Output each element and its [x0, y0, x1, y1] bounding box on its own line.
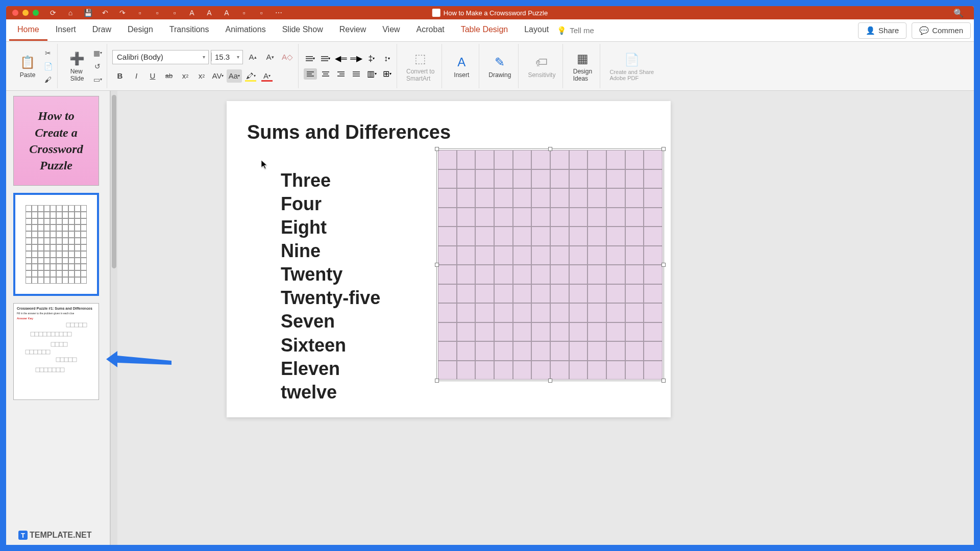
increase-indent-button[interactable]: ═▶ — [350, 53, 363, 64]
svg-rect-13 — [63, 332, 67, 336]
tab-layout[interactable]: Layout — [516, 20, 557, 41]
align-right-button[interactable] — [334, 68, 348, 80]
decrease-indent-button[interactable]: ◀═ — [334, 53, 348, 64]
superscript-button[interactable]: x2 — [178, 69, 193, 83]
align-text-button[interactable]: ⊞▾ — [380, 68, 394, 80]
svg-rect-9 — [47, 332, 51, 336]
qat-icon-8[interactable]: ▫ — [257, 9, 265, 17]
character-spacing-button[interactable]: AV▾ — [210, 69, 226, 83]
font-group: Calibri (Body) ▾ 15.3 ▾ A▴ A▾ A◇ B I U a… — [109, 44, 299, 88]
tell-me-search[interactable]: 💡 Tell me — [557, 26, 594, 35]
resize-handle[interactable] — [548, 379, 552, 383]
convert-smartart-button[interactable]: ⬚ Convert to SmartArt — [402, 47, 438, 85]
share-button[interactable]: 👤 Share — [858, 22, 906, 39]
paste-button[interactable]: 📋 Paste — [13, 51, 42, 82]
decrease-font-button[interactable]: A▾ — [262, 51, 278, 64]
home-icon[interactable]: ⌂ — [66, 9, 75, 17]
font-name-select[interactable]: Calibri (Body) ▾ — [112, 50, 209, 64]
slide-thumbnails-panel[interactable]: How to Create a Crossword Puzzle Crosswo… — [6, 91, 110, 545]
format-painter-button[interactable]: 🖌 — [42, 73, 54, 86]
svg-rect-27 — [64, 358, 68, 362]
numbering-button[interactable]: ▾ — [319, 53, 332, 64]
design-ideas-button[interactable]: ▦ Design Ideas — [568, 47, 597, 85]
insert-shape-button[interactable]: A Insert — [447, 51, 476, 82]
qat-icon-5[interactable]: A — [205, 9, 213, 17]
tab-insert[interactable]: Insert — [47, 20, 84, 41]
tab-view[interactable]: View — [374, 20, 408, 41]
resize-handle[interactable] — [435, 147, 439, 151]
slide-canvas-area[interactable]: Sums and Differences ThreeFourEightNineT… — [117, 91, 974, 545]
text-direction-button[interactable]: ↕▾ — [380, 53, 394, 64]
section-button[interactable]: ▭▾ — [91, 73, 104, 86]
autosave-icon[interactable]: ⟳ — [49, 9, 57, 17]
strikethrough-button[interactable]: ab — [161, 69, 177, 83]
justify-button[interactable] — [350, 68, 363, 80]
bold-button[interactable]: B — [112, 69, 128, 83]
align-center-button[interactable] — [319, 68, 332, 80]
qat-icon-7[interactable]: ▫ — [240, 9, 248, 17]
subscript-button[interactable]: x2 — [194, 69, 209, 83]
thumbnail-3-title: Crossword Puzzle #1: Sums and Difference… — [17, 307, 95, 310]
new-slide-button[interactable]: ➕ New Slide — [63, 47, 91, 85]
drawing-button[interactable]: ✎ Drawing — [484, 51, 515, 82]
tab-home[interactable]: Home — [9, 20, 47, 41]
layout-button[interactable]: ▦▾ — [91, 47, 104, 59]
line-spacing-button[interactable]: ‡▾ — [365, 53, 378, 64]
resize-handle[interactable] — [435, 379, 439, 383]
qat-icon-1[interactable]: ▫ — [136, 9, 144, 17]
svg-rect-2 — [75, 323, 79, 327]
copy-button[interactable]: 📄 — [42, 60, 54, 72]
resize-handle[interactable] — [548, 147, 552, 151]
sensitivity-button[interactable]: 🏷 Sensitivity — [524, 51, 559, 82]
increase-font-button[interactable]: A▴ — [245, 51, 260, 64]
change-case-button[interactable]: Aa▾ — [227, 69, 242, 83]
tab-transitions[interactable]: Transitions — [161, 20, 217, 41]
save-icon[interactable]: 💾 — [84, 9, 92, 17]
tab-slide-show[interactable]: Slide Show — [274, 20, 331, 41]
paste-label: Paste — [20, 71, 36, 79]
underline-button[interactable]: U — [145, 69, 160, 83]
tab-review[interactable]: Review — [331, 20, 374, 41]
highlight-color-button[interactable]: 🖍▾ — [243, 69, 258, 83]
adobe-group: 📄 Create and Share Adobe PDF — [602, 44, 661, 88]
thumbnail-scrollbar[interactable] — [110, 91, 117, 545]
redo-icon[interactable]: ↷ — [118, 9, 127, 17]
slide-canvas[interactable]: Sums and Differences ThreeFourEightNineT… — [227, 101, 671, 417]
crossword-grid-table[interactable] — [438, 150, 663, 380]
tab-design[interactable]: Design — [119, 20, 161, 41]
slide-thumbnail-2[interactable] — [13, 193, 99, 296]
tab-draw[interactable]: Draw — [84, 20, 119, 41]
tab-animations[interactable]: Animations — [217, 20, 274, 41]
comments-button[interactable]: 💬 Commen — [912, 22, 971, 39]
qat-icon-2[interactable]: ▫ — [153, 9, 161, 17]
scrollbar-thumb[interactable] — [112, 95, 116, 268]
create-pdf-button[interactable]: 📄 Create and Share Adobe PDF — [605, 48, 658, 84]
undo-icon[interactable]: ↶ — [101, 9, 109, 17]
qat-icon-6[interactable]: A — [223, 9, 231, 17]
columns-button[interactable]: ▥▾ — [365, 68, 378, 80]
close-window-button[interactable] — [12, 10, 18, 16]
cut-button[interactable]: ✂ — [42, 47, 54, 59]
resize-handle[interactable] — [662, 263, 666, 267]
search-icon[interactable]: 🔍 — [953, 8, 964, 18]
qat-icon-3[interactable]: ▫ — [170, 9, 179, 17]
maximize-window-button[interactable] — [33, 10, 39, 16]
qat-more-icon[interactable]: ⋯ — [275, 9, 283, 17]
qat-icon-4[interactable]: A — [188, 9, 196, 17]
tab-acrobat[interactable]: Acrobat — [408, 20, 453, 41]
italic-button[interactable]: I — [129, 69, 144, 83]
slide-title-text[interactable]: Sums and Differences — [247, 121, 650, 143]
bullets-button[interactable]: ▾ — [304, 53, 317, 64]
clear-formatting-button[interactable]: A◇ — [280, 51, 295, 64]
font-size-select[interactable]: 15.3 ▾ — [211, 50, 243, 64]
minimize-window-button[interactable] — [22, 10, 29, 16]
resize-handle[interactable] — [662, 379, 666, 383]
align-left-button[interactable] — [304, 68, 317, 80]
font-color-button[interactable]: A▾ — [259, 69, 275, 83]
reset-button[interactable]: ↺ — [91, 60, 104, 72]
slide-thumbnail-3[interactable]: Crossword Puzzle #1: Sums and Difference… — [13, 303, 99, 400]
resize-handle[interactable] — [435, 263, 439, 267]
resize-handle[interactable] — [662, 147, 666, 151]
tab-table-design[interactable]: Table Design — [453, 20, 517, 41]
slide-thumbnail-1[interactable]: How to Create a Crossword Puzzle — [13, 96, 99, 186]
